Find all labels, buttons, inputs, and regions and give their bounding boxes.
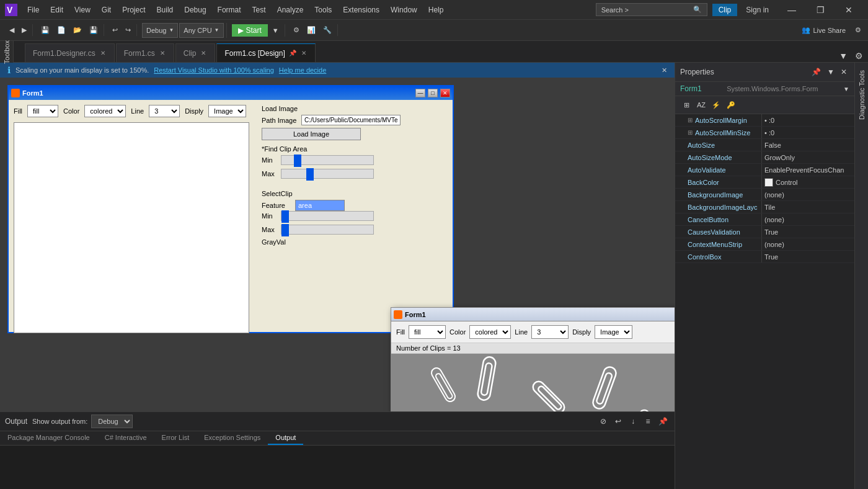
menu-format[interactable]: Format	[213, 3, 246, 17]
tab-clip-close[interactable]: ✕	[200, 49, 207, 57]
props-sort-button[interactable]: AZ	[695, 99, 707, 111]
redo-button[interactable]: ↪	[122, 24, 134, 36]
max-slider[interactable]	[281, 169, 374, 179]
max-slider-thumb[interactable]	[306, 168, 314, 181]
menu-git[interactable]: Git	[97, 3, 116, 17]
line-select[interactable]: 3	[149, 105, 180, 117]
min-slider[interactable]	[281, 155, 374, 165]
tab-output-active[interactable]: Output	[268, 431, 303, 445]
feature-input[interactable]	[295, 200, 345, 211]
info-close-button[interactable]: ✕	[662, 66, 667, 74]
restart-link[interactable]: Restart Visual Studio with 100% scaling	[154, 66, 274, 74]
tab-clip[interactable]: Clip ✕	[175, 43, 216, 62]
max2-slider[interactable]	[281, 225, 374, 235]
menu-extensions[interactable]: Extensions	[338, 3, 384, 17]
form-close-button[interactable]: ✕	[440, 89, 450, 97]
start-button[interactable]: ▶ Start	[232, 24, 268, 37]
show-output-select[interactable]: Debug	[91, 415, 133, 428]
undo-button[interactable]: ↩	[109, 24, 121, 36]
title-bar: V File Edit View Git Project Build Debug…	[0, 0, 868, 20]
tab-package-manager[interactable]: Package Manager Console	[0, 431, 97, 445]
prop-name-cancelbutton: CancelButton	[675, 213, 762, 225]
tab-form1-design-close[interactable]: ✕	[300, 49, 308, 57]
debug-config-dropdown[interactable]: Debug ▼	[142, 23, 178, 38]
live-share-button[interactable]: 👥 Live Share	[798, 24, 849, 36]
wrap-output-button[interactable]: ↩	[611, 415, 625, 428]
word-wrap-button[interactable]: ≡	[641, 415, 655, 428]
tab-settings-icon[interactable]: ⚙	[852, 50, 866, 62]
diagnostic-tools-label[interactable]: Diagnostic Tools	[857, 65, 867, 125]
menu-test[interactable]: Test	[247, 3, 271, 17]
props-object-arrow-icon[interactable]: ▼	[843, 86, 849, 92]
attach-button[interactable]: ⚙	[290, 24, 303, 36]
tab-form1-designer-close[interactable]: ✕	[99, 49, 107, 57]
save-all-button[interactable]: 💾	[38, 24, 53, 36]
help-link[interactable]: Help me decide	[279, 66, 326, 74]
tab-exception-settings[interactable]: Exception Settings	[197, 431, 268, 445]
profiler-button[interactable]: 📊	[304, 24, 319, 36]
menu-debug[interactable]: Debug	[179, 3, 211, 17]
close-button[interactable]: ✕	[835, 0, 863, 20]
menu-project[interactable]: Project	[117, 3, 150, 17]
menu-file[interactable]: File	[22, 3, 44, 17]
min-slider-thumb[interactable]	[294, 155, 301, 167]
min2-slider[interactable]	[281, 211, 374, 221]
pin-output-button[interactable]: 📌	[656, 415, 670, 428]
float-display-select[interactable]: Image	[595, 325, 632, 339]
menu-tools[interactable]: Tools	[309, 3, 337, 17]
scroll-output-button[interactable]: ↓	[626, 415, 640, 428]
min2-slider-thumb[interactable]	[281, 210, 289, 223]
props-close-button[interactable]: ✕	[838, 66, 849, 78]
props-object-selector[interactable]: Form1 System.Windows.Forms.Form ▼	[675, 82, 854, 96]
float-fill-select[interactable]: fill	[409, 325, 446, 339]
forward-button[interactable]: ▶	[19, 24, 30, 36]
props-categories-button[interactable]: ⊞	[680, 99, 693, 111]
props-pin-button[interactable]: 📌	[809, 66, 823, 78]
settings-button[interactable]: ⚙	[852, 24, 864, 36]
cpu-dropdown[interactable]: Any CPU ▼	[179, 23, 223, 38]
tab-error-list[interactable]: Error List	[154, 431, 197, 445]
new-file-button[interactable]: 📄	[54, 24, 69, 36]
prop-name-autosize: AutoSize	[675, 139, 762, 151]
minimize-button[interactable]: —	[777, 0, 806, 20]
menu-help[interactable]: Help	[423, 3, 449, 17]
menu-window[interactable]: Window	[386, 3, 422, 17]
menu-view[interactable]: View	[69, 3, 95, 17]
menu-analyze[interactable]: Analyze	[272, 3, 309, 17]
fill-select[interactable]: fill	[27, 105, 58, 117]
maximize-button[interactable]: ❐	[806, 0, 835, 20]
open-button[interactable]: 📂	[70, 24, 85, 36]
max2-slider-thumb[interactable]	[281, 224, 289, 236]
tab-csharp-interactive[interactable]: C# Interactive	[97, 431, 154, 445]
menu-edit[interactable]: Edit	[45, 3, 68, 17]
perf-button[interactable]: 🔧	[320, 24, 335, 36]
props-events-button[interactable]: ⚡	[710, 99, 722, 111]
float-color-select[interactable]: colored	[469, 325, 511, 339]
toolbar-save-group: 💾 📄 📂 💾	[35, 24, 104, 36]
path-image-input[interactable]	[301, 115, 401, 125]
tab-form1-designer[interactable]: Form1.Designer.cs ✕	[25, 43, 115, 62]
start-dropdown-button[interactable]: ▼	[269, 25, 282, 36]
tab-dropdown-icon[interactable]: ▼	[836, 50, 850, 62]
tab-pin-icon[interactable]: 📌	[289, 50, 296, 56]
form-maximize-button[interactable]: □	[428, 89, 438, 97]
props-menu-button[interactable]: ▼	[825, 66, 837, 78]
tab-form1-cs-close[interactable]: ✕	[159, 49, 166, 57]
signin-button[interactable]: Sign in	[742, 4, 773, 16]
clear-output-button[interactable]: ⊘	[596, 415, 610, 428]
color-select[interactable]: colored	[84, 105, 126, 117]
toolbox-tab[interactable]: Toolbox	[0, 41, 14, 63]
save-button[interactable]: 💾	[86, 24, 101, 36]
form-minimize-button[interactable]: —	[415, 89, 425, 97]
back-button[interactable]: ◀	[6, 24, 17, 36]
clip-button[interactable]: Clip	[712, 4, 738, 16]
search-box[interactable]: Search > 🔍	[596, 3, 707, 16]
float-line-select[interactable]: 3	[531, 325, 569, 339]
display-select[interactable]: Image	[208, 105, 246, 117]
menu-build[interactable]: Build	[152, 3, 179, 17]
tab-form1-cs[interactable]: Form1.cs ✕	[116, 43, 174, 62]
load-image-button[interactable]: Load Image	[262, 128, 361, 140]
max2-slider-row: Max	[262, 225, 410, 235]
props-search-button[interactable]: 🔑	[725, 99, 737, 111]
tab-form1-design[interactable]: Form1.cs [Design] 📌 ✕	[216, 43, 315, 62]
